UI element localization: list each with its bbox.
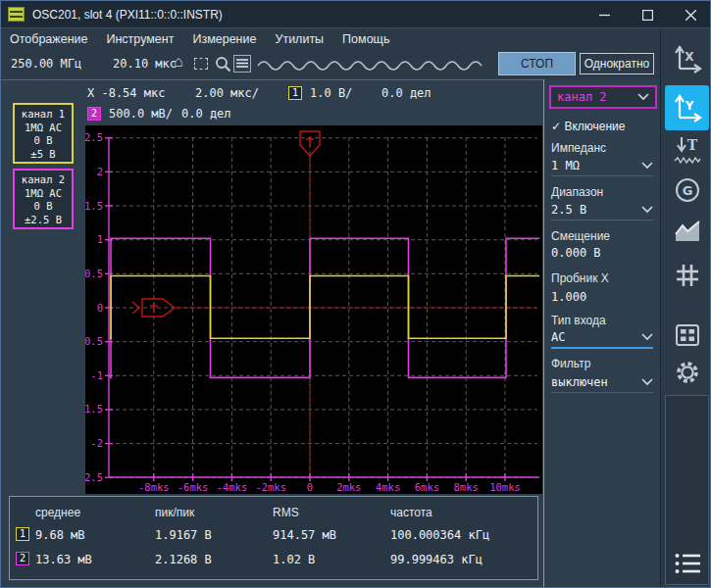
minimize-button[interactable]: [583, 1, 626, 28]
row1-rms: 914.57 мВ: [273, 528, 336, 542]
chevron-down-icon: [637, 93, 649, 101]
svg-text:8mks: 8mks: [454, 481, 479, 493]
svg-text:0: 0: [307, 481, 313, 493]
svg-text:-2: -2: [90, 437, 103, 449]
waveform-view-button[interactable]: [665, 211, 709, 252]
selection-zoom-icon[interactable]: [194, 58, 208, 70]
svg-text:-2mks: -2mks: [255, 481, 286, 493]
row2-rms: 1.02 В: [273, 553, 315, 566]
y-axis-icon: Y: [673, 93, 702, 122]
row1-pkpk: 1.9167 В: [155, 528, 212, 542]
enable-label: Включение: [564, 120, 625, 133]
enable-checkbox[interactable]: ✓ Включение: [551, 120, 653, 136]
row2-frequency: 99.999463 кГц: [390, 553, 482, 566]
channel2-coupling: 1МΩ AC: [15, 187, 72, 201]
menubar: Отображение Инструмент Измерение Утилиты…: [1, 28, 660, 49]
channel2-info-box[interactable]: канал 2 1МΩ AC 0 В ±2.5 В: [13, 169, 74, 229]
oscilloscope-app-window: OSC201, slot 4 (PXI11::0::0::INSTR) Отоб…: [0, 0, 711, 588]
channel1-offset: 0 В: [15, 134, 72, 148]
layout-panels-button[interactable]: [665, 315, 709, 356]
channel1-position-readout: 0.0 дел: [381, 86, 432, 100]
generator-button[interactable]: G: [665, 172, 709, 209]
offset-value: 0.000 В: [551, 246, 601, 260]
chevron-down-icon: [641, 333, 653, 341]
toolbar: 250.00 МГц 20.10 мкс ⌂ СТОП Однократно: [1, 49, 660, 79]
impedance-dropdown[interactable]: 1 МΩ: [551, 159, 653, 176]
impedance-value: 1 МΩ: [551, 159, 580, 172]
input-type-label: Тип входа: [551, 314, 606, 327]
filter-dropdown[interactable]: выключен: [551, 375, 653, 393]
waveform-plot[interactable]: 2.521.510.50-0.5-1-1.5-2-2.5-8mks-6mks-4…: [85, 125, 542, 494]
channel1-info-box[interactable]: канал 1 1МΩ AC 0 В ±5 В: [13, 103, 74, 164]
channel2-offset: 0 В: [15, 200, 72, 214]
chevron-down-icon: [641, 162, 653, 170]
channel2-position-readout: 0.0 дел: [181, 107, 231, 121]
chevron-down-icon: [641, 206, 653, 214]
svg-text:2.5: 2.5: [85, 131, 103, 143]
svg-text:2: 2: [97, 166, 103, 177]
y-axis-settings-button[interactable]: Y: [665, 85, 709, 130]
trigger-settings-button[interactable]: T: [665, 132, 709, 170]
channel-select-dropdown[interactable]: канал 2: [549, 85, 657, 109]
list-icon: [674, 551, 701, 576]
grid-settings-button[interactable]: [665, 254, 709, 297]
offset-field[interactable]: 0.000 В: [551, 246, 653, 263]
svg-text:0: 0: [97, 302, 103, 314]
menu-measure[interactable]: Измерение: [192, 32, 256, 46]
x-axis-settings-button[interactable]: X: [665, 36, 709, 81]
svg-text:-6mks: -6mks: [178, 481, 209, 493]
duration-readout: 20.10 мкс: [113, 57, 177, 71]
magnifier-icon[interactable]: [215, 56, 231, 76]
svg-text:-8mks: -8mks: [138, 481, 170, 493]
record-position-scrollbar[interactable]: [256, 57, 491, 74]
gear-icon: [673, 358, 702, 387]
generator-icon: G: [674, 176, 701, 204]
minimize-icon: [599, 10, 610, 21]
maximize-button[interactable]: [626, 1, 669, 28]
channel1-scale-readout: 1.0 В/: [310, 86, 352, 100]
range-label: Диапазон: [551, 185, 603, 199]
chevron-down-icon: [641, 378, 653, 386]
acquisition-menu-button[interactable]: [233, 55, 251, 73]
tool-sidebar: X Y T G: [660, 28, 711, 588]
menu-display[interactable]: Отображение: [10, 32, 87, 46]
svg-text:-2.5: -2.5: [85, 471, 103, 483]
header-pkpk: пик/пик: [155, 506, 194, 519]
svg-text:1.5: 1.5: [85, 200, 103, 212]
menu-instrument[interactable]: Инструмент: [106, 32, 174, 46]
app-icon: [8, 7, 25, 22]
close-button[interactable]: [669, 1, 711, 28]
range-value: 2.5 В: [551, 203, 586, 217]
settings-button[interactable]: [665, 352, 709, 393]
svg-text:10mks: 10mks: [489, 481, 521, 493]
trigger-icon: T: [673, 134, 702, 168]
sidebar-sub-panel: [665, 395, 709, 585]
menu-help[interactable]: Помощь: [342, 32, 389, 46]
probe-field[interactable]: 1.000: [551, 290, 653, 307]
impedance-label: Импеданс: [551, 141, 606, 155]
channel1-name: канал 1: [15, 108, 72, 122]
input-type-dropdown[interactable]: AC: [551, 330, 653, 349]
channel2-badge: 2: [87, 107, 101, 121]
svg-text:-4mks: -4mks: [217, 481, 248, 493]
row2-mean: 13.63 мВ: [35, 553, 92, 566]
window-title: OSC201, slot 4 (PXI11::0::0::INSTR): [32, 8, 223, 22]
measurement-list-button[interactable]: [674, 551, 701, 580]
channel1-badge: 1: [288, 86, 302, 100]
waveform-canvas[interactable]: 2.521.510.50-0.5-1-1.5-2-2.5-8mks-6mks-4…: [85, 125, 542, 494]
titlebar: OSC201, slot 4 (PXI11::0::0::INSTR): [1, 1, 711, 28]
channel1-range: ±5 В: [15, 148, 72, 162]
row2-channel-badge: 2: [16, 552, 29, 565]
channel-settings-panel: канал 2 ✓ Включение Импеданс 1 МΩ Диапаз…: [543, 79, 660, 588]
home-zoom-icon[interactable]: ⌂: [174, 53, 183, 71]
svg-text:-1.5: -1.5: [85, 403, 103, 415]
svg-text:-1: -1: [90, 369, 103, 381]
probe-value: 1.000: [551, 290, 586, 304]
header-rms: RMS: [273, 506, 299, 519]
stop-button[interactable]: СТОП: [498, 52, 576, 75]
svg-text:T: T: [686, 137, 697, 153]
offset-label: Смещение: [551, 229, 610, 243]
menu-utilities[interactable]: Утилиты: [275, 32, 324, 46]
single-shot-button[interactable]: Однократно: [580, 53, 654, 74]
range-dropdown[interactable]: 2.5 В: [551, 203, 653, 220]
